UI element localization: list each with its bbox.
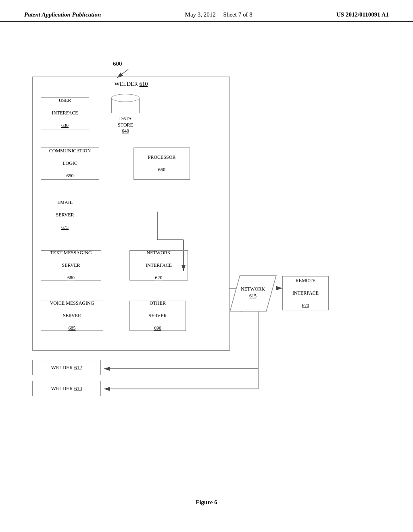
other-server-box: OTHER SERVER 690 [129,301,186,331]
data-store-container: DATA STORE 640 [111,94,140,135]
welder-main-title: WELDER 610 [33,81,229,87]
welder-612-box: WELDER 612 [32,360,101,375]
communication-logic-box: COMMUNICATION LOGIC 650 [41,148,99,180]
header-center: May 3, 2012 Sheet 7 of 8 [185,11,252,18]
welder-614-box: WELDER 614 [32,381,101,396]
user-interface-box: USER INTERFACE 630 [41,97,89,129]
cylinder-top [111,94,140,102]
svg-text:615: 615 [249,293,257,299]
patent-number: US 2012/0110091 A1 [336,11,389,18]
svg-text:NETWORK: NETWORK [241,286,265,292]
text-messaging-box: TEXT MESSAGING SERVER 680 [41,250,101,281]
data-store-label: DATA STORE 640 [118,116,133,135]
email-server-box: EMAIL SERVER 675 [41,200,89,230]
voice-messaging-box: VOICE MESSAGING SERVER 685 [41,301,103,331]
sheet-info: Sheet 7 of 8 [223,11,252,18]
network-interface-box: NETWORK INTERFACE 620 [129,250,188,281]
cylinder-shape [111,94,140,114]
network-shape-svg: NETWORK 615 [230,275,278,312]
page-header: Patent Application Publication May 3, 20… [0,0,413,22]
publication-title: Patent Application Publication [24,11,101,18]
publication-date: May 3, 2012 [185,11,216,18]
figure-label: Figure 6 [196,499,217,506]
welder-main-box: WELDER 610 USER INTERFACE 630 DATA STORE… [32,77,230,351]
remote-interface-box: REMOTE INTERFACE 670 [282,276,329,310]
diagram-area: 600 WELDER 610 USER INTERFACE 630 DATA S… [0,22,413,518]
label-600: 600 [113,60,122,67]
processor-box: PROCESSOR 660 [133,148,190,180]
